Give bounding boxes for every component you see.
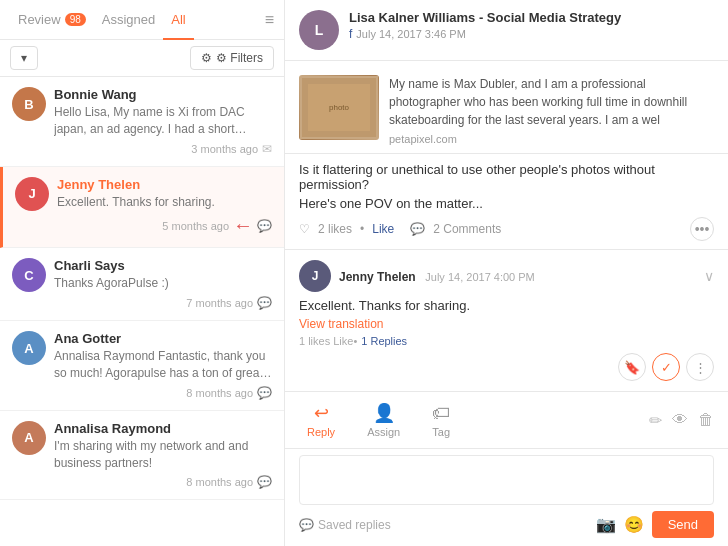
- conv-preview-bonnie: Hello Lisa, My name is Xi from DAC japan…: [54, 104, 272, 138]
- tab-tag[interactable]: 🏷 Tag: [424, 399, 458, 442]
- checkmark-button[interactable]: ✓: [652, 353, 680, 381]
- post-content: photo My name is Max Dubler, and I am a …: [285, 67, 728, 154]
- post-header: L Lisa Kalner Williams - Social Media St…: [285, 0, 728, 61]
- post-author-avatar: L: [299, 10, 339, 50]
- bookmark-button[interactable]: 🔖: [618, 353, 646, 381]
- right-action-icons: ✏ 👁 🗑: [649, 411, 714, 430]
- avatar-bonnie: B: [12, 87, 46, 121]
- view-translation-link[interactable]: View translation: [299, 317, 714, 331]
- comment-author-info: Jenny Thelen July 14, 2017 4:00 PM: [339, 269, 535, 284]
- assign-tab-label: Assign: [367, 426, 400, 438]
- tab-reply[interactable]: ↩ Reply: [299, 398, 343, 442]
- saved-replies-label: Saved replies: [318, 518, 391, 532]
- tabs-header: Review 98 Assigned All ≡: [0, 0, 284, 40]
- conv-icon-annalisa: 💬: [257, 475, 272, 489]
- conv-preview-annalisa: I'm sharing with my network and and busi…: [54, 438, 272, 472]
- post-site-link[interactable]: petapixel.com: [389, 133, 714, 145]
- review-label: Review: [18, 12, 61, 27]
- heart-icon: ♡: [299, 222, 310, 236]
- post-author-info: Lisa Kalner Williams - Social Media Stra…: [349, 10, 714, 41]
- left-panel: Review 98 Assigned All ≡ ▾ ⚙ ⚙ Filters B…: [0, 0, 285, 546]
- reply-bar: ↩ Reply 👤 Assign 🏷 Tag ✏ 👁 🗑: [285, 392, 728, 449]
- conv-meta-annalisa: 8 months ago 💬: [54, 475, 272, 489]
- tab-all[interactable]: All: [163, 0, 193, 40]
- eye-icon[interactable]: 👁: [672, 411, 688, 430]
- comment-section: J Jenny Thelen July 14, 2017 4:00 PM ∨ E…: [285, 250, 728, 392]
- conv-meta-bonnie: 3 months ago ✉: [54, 142, 272, 156]
- conv-name-jenny: Jenny Thelen: [57, 177, 272, 192]
- comment-text: Excellent. Thanks for sharing.: [299, 298, 714, 313]
- comment-likes: 1 likes Like•: [299, 335, 357, 347]
- conv-icon-jenny: 💬: [257, 219, 272, 233]
- post-likes: 2 likes: [318, 222, 352, 236]
- edit-icon[interactable]: ✏: [649, 411, 662, 430]
- comment-author: Jenny Thelen: [339, 270, 416, 284]
- conv-time-charli: 7 months ago: [186, 297, 253, 309]
- conversation-list: B Bonnie Wang Hello Lisa, My name is Xi …: [0, 77, 284, 546]
- conv-time-ana: 8 months ago: [186, 387, 253, 399]
- filter-bar: ▾ ⚙ ⚙ Filters: [0, 40, 284, 77]
- conv-body-jenny: Jenny Thelen Excellent. Thanks for shari…: [57, 177, 272, 238]
- conv-item-charli[interactable]: C Charli Says Thanks AgoraPulse :) 7 mon…: [0, 248, 284, 321]
- conv-name-bonnie: Bonnie Wang: [54, 87, 272, 102]
- conv-time-jenny: 5 months ago: [162, 220, 229, 232]
- post-more-button[interactable]: •••: [690, 217, 714, 241]
- tag-tab-label: Tag: [432, 426, 450, 438]
- assigned-label: Assigned: [102, 12, 155, 27]
- post-pov: Here's one POV on the matter...: [299, 196, 714, 211]
- dropdown-button[interactable]: ▾: [10, 46, 38, 70]
- filter-icon: ⚙: [201, 51, 212, 65]
- conv-item-bonnie[interactable]: B Bonnie Wang Hello Lisa, My name is Xi …: [0, 77, 284, 167]
- tab-review[interactable]: Review 98: [10, 0, 94, 40]
- assign-icon: 👤: [373, 402, 395, 424]
- post-comment-count: 2 Comments: [433, 222, 501, 236]
- saved-replies-icon: 💬: [299, 518, 314, 532]
- conv-icon-charli: 💬: [257, 296, 272, 310]
- reply-input-area: 💬 Saved replies 📷 😊 Send: [285, 449, 728, 546]
- post-thumbnail: photo: [299, 75, 379, 140]
- post-body-text: My name is Max Dubler, and I am a profes…: [389, 75, 714, 129]
- sort-icon[interactable]: ≡: [265, 11, 274, 29]
- conv-meta-charli: 7 months ago 💬: [54, 296, 272, 310]
- camera-icon[interactable]: 📷: [596, 515, 616, 534]
- conv-icon-ana: 💬: [257, 386, 272, 400]
- emoji-icons: 📷 😊: [596, 515, 644, 534]
- tab-assign[interactable]: 👤 Assign: [359, 398, 408, 442]
- conv-item-jenny[interactable]: J Jenny Thelen Excellent. Thanks for sha…: [0, 167, 284, 249]
- comment-chevron-icon[interactable]: ∨: [704, 268, 714, 284]
- reply-textarea[interactable]: [299, 455, 714, 505]
- conv-item-annalisa[interactable]: A Annalisa Raymond I'm sharing with my n…: [0, 411, 284, 501]
- all-label: All: [171, 12, 185, 27]
- more-options-button[interactable]: ⋮: [686, 353, 714, 381]
- emoji-icon[interactable]: 😊: [624, 515, 644, 534]
- conv-body-annalisa: Annalisa Raymond I'm sharing with my net…: [54, 421, 272, 490]
- comment-bubble-icon: 💬: [410, 222, 425, 236]
- filter-button[interactable]: ⚙ ⚙ Filters: [190, 46, 274, 70]
- post-author-name: Lisa Kalner Williams - Social Media Stra…: [349, 10, 714, 25]
- conv-item-ana[interactable]: A Ana Gotter Annalisa Raymond Fantastic,…: [0, 321, 284, 411]
- post-question: Is it flattering or unethical to use oth…: [299, 162, 714, 192]
- tab-assigned[interactable]: Assigned: [94, 0, 163, 40]
- trash-icon[interactable]: 🗑: [698, 411, 714, 430]
- avatar-jenny: J: [15, 177, 49, 211]
- post-author-sub: f July 14, 2017 3:46 PM: [349, 27, 714, 41]
- post-like-link[interactable]: Like: [372, 222, 394, 236]
- conv-meta-jenny: 5 months ago ← 💬: [57, 214, 272, 237]
- comment-header: J Jenny Thelen July 14, 2017 4:00 PM ∨: [299, 260, 714, 292]
- comment-action-buttons: 🔖 ✓ ⋮: [299, 353, 714, 381]
- facebook-icon: f: [349, 27, 352, 41]
- dropdown-arrow: ▾: [21, 51, 27, 65]
- saved-replies-button[interactable]: 💬 Saved replies: [299, 518, 588, 532]
- avatar-annalisa: A: [12, 421, 46, 455]
- svg-text:photo: photo: [329, 103, 350, 112]
- send-button[interactable]: Send: [652, 511, 714, 538]
- review-badge: 98: [65, 13, 86, 26]
- conv-body-bonnie: Bonnie Wang Hello Lisa, My name is Xi fr…: [54, 87, 272, 156]
- comment-replies[interactable]: 1 Replies: [361, 335, 407, 347]
- conv-meta-ana: 8 months ago 💬: [54, 386, 272, 400]
- conv-time-bonnie: 3 months ago: [191, 143, 258, 155]
- avatar-ana: A: [12, 331, 46, 365]
- post-actions: ♡ 2 likes • Like 💬 2 Comments •••: [299, 217, 714, 241]
- post-date: July 14, 2017 3:46 PM: [356, 28, 465, 40]
- conv-preview-charli: Thanks AgoraPulse :): [54, 275, 272, 292]
